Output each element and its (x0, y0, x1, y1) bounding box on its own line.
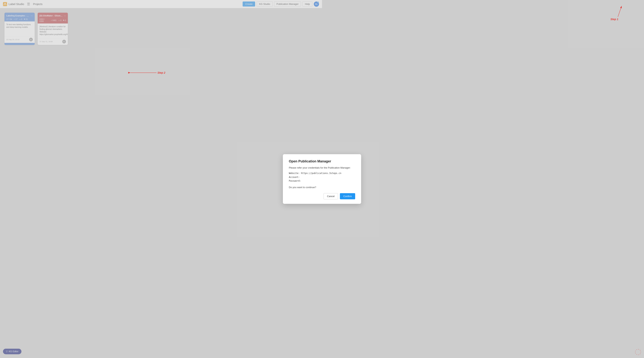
modal-credentials: Website: https://publications.3steps.cn … (289, 171, 322, 179)
website-url: https://publications.3steps.cn (301, 172, 322, 175)
modal-overlay: Open Publication Manager Please refer yo… (0, 0, 322, 179)
modal-title: Open Publication Manager (289, 159, 322, 163)
modal-subtitle: Please refer your credentials for the Pu… (289, 166, 322, 169)
website-label: Website: (289, 172, 300, 175)
account-label: Account: (289, 176, 300, 178)
modal-dialog: Open Publication Manager Please refer yo… (283, 154, 322, 179)
